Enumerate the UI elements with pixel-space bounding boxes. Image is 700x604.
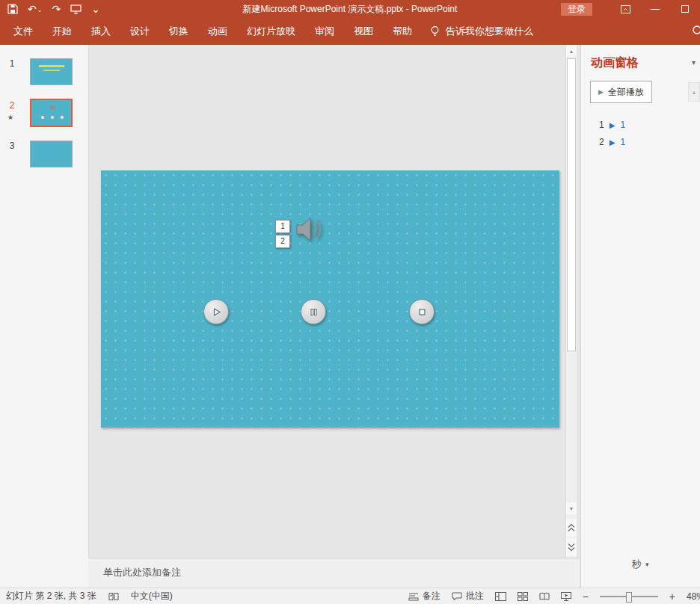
- thumb-dot: [50, 115, 55, 120]
- normal-view-button[interactable]: [495, 592, 506, 601]
- undo-button[interactable]: ↶: [28, 4, 37, 14]
- zoom-slider[interactable]: [600, 596, 658, 597]
- normal-view-icon: [495, 592, 506, 601]
- slide-sorter-view-button[interactable]: [518, 592, 528, 601]
- play-all-icon: ▶: [598, 88, 604, 96]
- thumb-text-line: [39, 65, 64, 67]
- audio-object[interactable]: [292, 212, 327, 247]
- titlebar-controls: 登录 —: [561, 0, 700, 18]
- tab-help[interactable]: 帮助: [383, 18, 422, 45]
- pane-scroll-up-button[interactable]: ▲: [688, 82, 700, 102]
- tab-design[interactable]: 设计: [120, 18, 159, 45]
- slide-2-number: 2: [6, 100, 18, 111]
- chevron-down-icon: ▾: [645, 561, 649, 568]
- tab-file[interactable]: 文件: [4, 18, 43, 45]
- reading-view-button[interactable]: [539, 592, 550, 601]
- previous-slide-button[interactable]: [566, 519, 577, 537]
- notes-area[interactable]: 单击此处添加备注: [88, 558, 580, 588]
- seconds-label: 秒: [632, 558, 642, 571]
- animation-target-label: 1: [620, 137, 625, 147]
- animation-order: 1: [599, 120, 604, 130]
- document-title: 新建Microsoft PowerPoint 演示文稿.pptx - Power…: [243, 0, 458, 18]
- customize-qat-button[interactable]: ⌄: [91, 4, 100, 14]
- tab-animations[interactable]: 动画: [198, 18, 237, 45]
- animation-star-icon: ★: [7, 114, 13, 121]
- slide-indicator[interactable]: 幻灯片 第 2 张, 共 3 张: [6, 590, 96, 603]
- notes-icon: [408, 592, 419, 601]
- search-icon: [692, 25, 700, 38]
- maximize-button[interactable]: [670, 0, 700, 18]
- tab-transitions[interactable]: 切换: [159, 18, 198, 45]
- notes-toggle-label: 备注: [423, 590, 440, 603]
- language-indicator[interactable]: 中文(中国): [131, 590, 173, 603]
- seconds-dropdown[interactable]: 秒 ▾: [632, 558, 649, 571]
- slide-sorter-icon: [518, 592, 528, 601]
- start-slideshow-button[interactable]: [70, 4, 82, 14]
- animation-order: 2: [599, 137, 604, 147]
- double-chevron-up-icon: [568, 523, 575, 532]
- animation-number-badge-2[interactable]: 2: [275, 235, 290, 248]
- animation-item-1[interactable]: 1 ▶ 1: [581, 117, 686, 133]
- notes-toggle[interactable]: 备注: [408, 590, 440, 603]
- pane-options-chevron-icon[interactable]: ▾: [692, 58, 696, 67]
- animation-number-badge-1[interactable]: 1: [275, 220, 290, 233]
- thumb-dot: [60, 115, 64, 120]
- tab-home[interactable]: 开始: [43, 18, 82, 45]
- thumb-dot: [40, 115, 45, 120]
- redo-button[interactable]: ↷: [52, 4, 61, 14]
- stop-button[interactable]: [409, 299, 435, 324]
- play-button[interactable]: [203, 299, 229, 324]
- ribbon-display-options-button[interactable]: [610, 0, 640, 18]
- scroll-down-button[interactable]: ▼: [566, 502, 577, 514]
- zoom-slider-thumb[interactable]: [626, 592, 632, 603]
- thumb-text-line: [43, 70, 60, 71]
- tab-review[interactable]: 审阅: [305, 18, 344, 45]
- animation-pane-title: 动画窗格: [591, 55, 639, 71]
- slide-3-thumbnail[interactable]: [30, 141, 73, 167]
- tab-insert[interactable]: 插入: [82, 18, 120, 45]
- spell-check-icon: [108, 591, 119, 601]
- save-button[interactable]: [7, 4, 18, 14]
- slide-3-number: 3: [6, 141, 18, 151]
- pause-button[interactable]: [301, 299, 326, 324]
- ribbon-display-options-icon: [621, 5, 630, 13]
- search-button[interactable]: [692, 25, 700, 38]
- status-bar: 幻灯片 第 2 张, 共 3 张 中文(中国) 备注: [0, 588, 700, 604]
- zoom-in-button[interactable]: +: [669, 591, 675, 603]
- play-all-label: 全部播放: [608, 86, 644, 99]
- pause-icon: [309, 307, 319, 317]
- animation-play-icon: ▶: [610, 121, 615, 129]
- animation-pane: 动画窗格 ▾ ▶ 全部播放 ▲ 1 ▶ 1 2 ▶ 1 秒 ▾: [580, 45, 700, 588]
- animation-item-2[interactable]: 2 ▶ 1: [581, 134, 686, 150]
- quick-access-toolbar: ↶ ⌄ ↷ ⌄: [7, 0, 100, 18]
- animation-target-label: 1: [620, 120, 625, 130]
- scrollbar-thumb[interactable]: [567, 58, 576, 351]
- notes-placeholder: 单击此处添加备注: [88, 558, 580, 579]
- minimize-button[interactable]: —: [640, 0, 670, 18]
- slide-2-thumbnail[interactable]: [30, 99, 73, 127]
- comments-toggle-label: 批注: [466, 590, 484, 603]
- scroll-up-button[interactable]: ▲: [566, 45, 577, 57]
- stop-icon: [417, 307, 427, 317]
- play-icon: [212, 307, 221, 317]
- spell-check-button[interactable]: [108, 591, 119, 601]
- slide-canvas[interactable]: 1 2: [101, 170, 559, 428]
- slideshow-view-button[interactable]: [561, 592, 571, 601]
- next-slide-button[interactable]: [566, 538, 577, 556]
- powerpoint-window: ↶ ⌄ ↷ ⌄ 新建Microsoft PowerPoint 演示文稿.pptx…: [0, 0, 700, 604]
- save-icon: [7, 4, 18, 14]
- play-all-button[interactable]: ▶ 全部播放: [590, 81, 652, 103]
- tab-slideshow[interactable]: 幻灯片放映: [237, 18, 305, 45]
- comment-icon: [452, 592, 462, 601]
- tell-me-box[interactable]: 告诉我你想要做什么: [429, 25, 533, 38]
- canvas-scrollbar[interactable]: ▲ ▼: [565, 45, 577, 558]
- login-button[interactable]: 登录: [561, 3, 592, 16]
- undo-dropdown[interactable]: ⌄: [37, 7, 43, 14]
- tell-me-label: 告诉我你想要做什么: [446, 25, 533, 38]
- zoom-level[interactable]: 48%: [687, 591, 700, 602]
- lightbulb-icon: [429, 25, 440, 37]
- zoom-out-button[interactable]: −: [583, 591, 589, 603]
- comments-toggle[interactable]: 批注: [452, 590, 484, 603]
- tab-view[interactable]: 视图: [344, 18, 383, 45]
- slide-1-thumbnail[interactable]: [30, 58, 73, 85]
